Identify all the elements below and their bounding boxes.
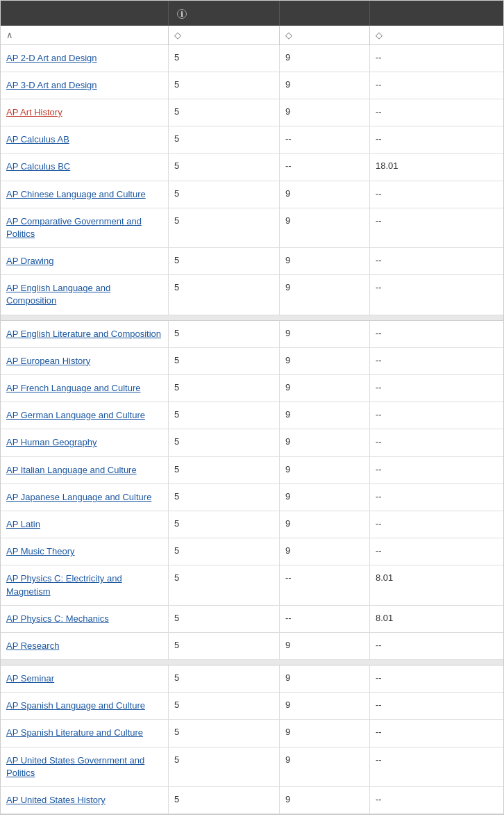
table-row: AP 2-D Art and Design 5 9 -- <box>1 45 503 72</box>
exam-link[interactable]: AP Human Geography <box>6 436 97 449</box>
cell-min-score: 5 <box>169 747 280 786</box>
cell-min-score: 5 <box>169 348 280 374</box>
exam-link[interactable]: AP Calculus AB <box>6 133 69 146</box>
table-row: AP German Language and Culture 5 9 -- <box>1 402 503 429</box>
cell-exam-name: AP United States History <box>1 787 169 813</box>
credits-value: 9 <box>285 106 290 117</box>
cell-credits: 9 <box>280 402 370 429</box>
credits-value: 9 <box>285 382 290 392</box>
exam-link[interactable]: AP Drawing <box>6 255 53 267</box>
cell-equivalent: 8.01 <box>370 606 503 632</box>
exam-link[interactable]: AP Seminar <box>6 672 54 685</box>
exam-link[interactable]: AP 3-D Art and Design <box>6 79 97 92</box>
exam-link[interactable]: AP Research <box>6 640 59 652</box>
table-row: AP Research 5 9 -- <box>1 633 503 660</box>
min-score-value: 5 <box>174 188 179 199</box>
cell-equivalent: -- <box>370 787 503 813</box>
exam-link[interactable]: AP Italian Language and Culture <box>6 464 137 477</box>
min-score-value: 5 <box>174 436 179 447</box>
exam-link[interactable]: AP Physics C: Mechanics <box>6 613 109 625</box>
sort-credits[interactable]: ◇ <box>280 26 370 44</box>
cell-credits: 9 <box>280 665 370 692</box>
cell-equivalent: -- <box>370 72 503 99</box>
min-score-value: 5 <box>174 572 179 583</box>
sort-equivalent[interactable]: ◇ <box>370 26 503 44</box>
gap-row <box>1 315 503 321</box>
cell-equivalent: -- <box>370 275 503 314</box>
min-score-value: 5 <box>174 491 179 502</box>
equivalent-value: -- <box>376 106 382 117</box>
cell-equivalent: -- <box>370 747 503 786</box>
cell-exam-name: AP German Language and Culture <box>1 402 169 429</box>
rows-container: AP 2-D Art and Design 5 9 -- AP 3-D Art … <box>1 45 503 815</box>
cell-min-score: 5 <box>169 538 280 565</box>
credits-value: -- <box>285 572 292 583</box>
cell-equivalent: -- <box>370 511 503 538</box>
exam-link[interactable]: AP Spanish Literature and Culture <box>6 727 143 739</box>
exam-link[interactable]: AP Physics C: Electricity and Magnetism <box>6 572 162 597</box>
cell-credits: 9 <box>280 45 370 72</box>
sort-exam-name[interactable]: ∧ <box>1 26 169 44</box>
credits-value: 9 <box>285 794 290 804</box>
exam-link[interactable]: AP Art History <box>6 106 62 119</box>
credits-value: 9 <box>285 491 290 502</box>
min-score-value: 5 <box>174 518 179 529</box>
sort-min-score[interactable]: ◇ <box>169 26 280 44</box>
exam-link[interactable]: AP Chinese Language and Culture <box>6 188 146 201</box>
cell-min-score: 5 <box>169 633 280 659</box>
cell-exam-name: AP Music Theory <box>1 538 169 565</box>
cell-exam-name: AP Latin <box>1 511 169 538</box>
cell-credits: 9 <box>280 181 370 208</box>
cell-credits: 9 <box>280 208 370 247</box>
exam-link[interactable]: AP Music Theory <box>6 545 75 558</box>
equivalent-value: -- <box>376 464 382 474</box>
exam-link[interactable]: AP Calculus BC <box>6 160 70 173</box>
exam-link[interactable]: AP Latin <box>6 518 40 531</box>
cell-equivalent: -- <box>370 693 503 719</box>
sort-row: ∧ ◇ ◇ ◇ <box>1 26 503 45</box>
cell-exam-name: AP Research <box>1 633 169 659</box>
equivalent-value: -- <box>376 255 382 265</box>
min-score-value: 5 <box>174 382 179 392</box>
cell-exam-name: AP Italian Language and Culture <box>1 457 169 483</box>
exam-link[interactable]: AP 2-D Art and Design <box>6 52 97 65</box>
cell-credits: 9 <box>280 747 370 786</box>
credits-value: 9 <box>285 79 290 90</box>
equivalent-value: -- <box>376 328 382 338</box>
exam-link[interactable]: AP French Language and Culture <box>6 382 140 395</box>
exam-link[interactable]: AP English Literature and Composition <box>6 328 161 340</box>
exam-link[interactable]: AP English Language and Composition <box>6 282 162 307</box>
exam-link[interactable]: AP Comparative Government and Politics <box>6 215 162 240</box>
min-score-value: 5 <box>174 133 179 144</box>
info-icon[interactable]: ℹ <box>177 9 187 19</box>
exam-link[interactable]: AP United States History <box>6 794 106 807</box>
sort-diamond-equiv: ◇ <box>376 30 383 40</box>
exam-link[interactable]: AP Japanese Language and Culture <box>6 491 151 504</box>
exam-link[interactable]: AP German Language and Culture <box>6 409 145 422</box>
cell-credits: 9 <box>280 720 370 746</box>
equivalent-value: -- <box>376 355 382 365</box>
cell-min-score: 5 <box>169 72 280 99</box>
exam-link[interactable]: AP European History <box>6 355 90 367</box>
exam-link[interactable]: AP United States Government and Politics <box>6 754 162 779</box>
cell-min-score: 5 <box>169 99 280 126</box>
sort-up-icon: ∧ <box>6 30 13 40</box>
cell-min-score: 5 <box>169 126 280 153</box>
cell-exam-name: AP Art History <box>1 99 169 126</box>
sort-diamond-score: ◇ <box>174 30 181 40</box>
cell-exam-name: AP Calculus AB <box>1 126 169 153</box>
table-row: AP Comparative Government and Politics 5… <box>1 208 503 248</box>
table-row: AP Human Geography 5 9 -- <box>1 429 503 456</box>
min-score-value: 5 <box>174 727 179 737</box>
equivalent-value: -- <box>376 382 382 392</box>
credits-value: 9 <box>285 545 290 556</box>
cell-equivalent: -- <box>370 45 503 72</box>
cell-exam-name: AP English Language and Composition <box>1 275 169 314</box>
cell-exam-name: AP Physics C: Mechanics <box>1 606 169 632</box>
ap-exams-table: ℹ ∧ ◇ ◇ ◇ AP 2-D Art and Design 5 <box>0 0 504 815</box>
cell-equivalent: -- <box>370 321 503 347</box>
exam-link[interactable]: AP Spanish Language and Culture <box>6 700 145 712</box>
cell-equivalent: 8.01 <box>370 565 503 604</box>
cell-exam-name: AP Chinese Language and Culture <box>1 181 169 208</box>
cell-exam-name: AP 2-D Art and Design <box>1 45 169 72</box>
